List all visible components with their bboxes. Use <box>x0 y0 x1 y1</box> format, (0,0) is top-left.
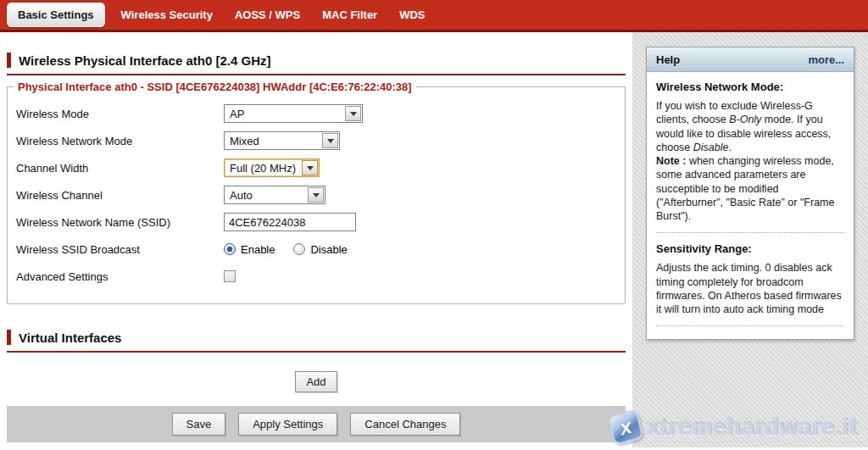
radio-disable-icon[interactable] <box>293 243 305 255</box>
action-bar: Save Apply Settings Cancel Changes <box>7 406 626 442</box>
ssid-input[interactable] <box>224 213 356 231</box>
wireless-channel-select[interactable]: Auto <box>224 186 326 204</box>
ssid-broadcast-radio-group: Enable Disable <box>224 243 348 256</box>
tab-wds[interactable]: WDS <box>388 3 436 27</box>
row-advanced-settings: Advanced Settings <box>8 263 625 290</box>
xtremehardware-logo-icon: x <box>608 408 645 446</box>
help-section-text: Adjusts the ack timing. 0 disables ack t… <box>656 261 844 316</box>
section-heading-virtual-interfaces: Virtual Interfaces <box>7 330 626 345</box>
help-more-link[interactable]: more... <box>808 53 844 66</box>
chevron-down-icon[interactable] <box>345 106 361 121</box>
radio-disable-label: Disable <box>310 243 347 256</box>
row-network-mode: Wireless Network Mode Mixed <box>8 127 625 154</box>
help-note-label: Note : <box>656 155 686 167</box>
ssid-broadcast-label: Wireless SSID Broadcast <box>8 243 224 256</box>
watermark-text: xtremehardware.it <box>646 414 858 441</box>
section-heading-physical-interface: Wireless Physical Interface ath0 [2.4 GH… <box>7 53 626 68</box>
right-sidebar: Help more... Wireless Network Mode: If y… <box>632 32 868 447</box>
radio-enable[interactable]: Enable <box>224 243 275 256</box>
chevron-down-icon[interactable] <box>302 160 318 175</box>
wireless-mode-select[interactable]: AP <box>224 104 363 123</box>
help-panel: Help more... Wireless Network Mode: If y… <box>646 47 854 340</box>
wireless-mode-label: Wireless Mode <box>8 108 224 120</box>
tab-wireless-security[interactable]: Wireless Security <box>110 3 224 27</box>
radio-enable-label: Enable <box>241 243 275 256</box>
help-section-sensitivity-range: Sensitivity Range: Adjusts the ack timin… <box>656 242 844 316</box>
cancel-changes-button[interactable]: Cancel Changes <box>350 413 460 436</box>
section-divider <box>7 351 626 353</box>
virtual-interfaces-title: Virtual Interfaces <box>19 331 121 345</box>
radio-enable-icon[interactable] <box>224 243 236 255</box>
top-nav: Basic Settings Wireless Security AOSS / … <box>0 0 868 32</box>
network-mode-value: Mixed <box>225 135 264 147</box>
page-title: Wireless Physical Interface ath0 [2.4 GH… <box>19 53 271 68</box>
tab-basic-settings[interactable]: Basic Settings <box>7 3 105 27</box>
save-button[interactable]: Save <box>172 413 226 436</box>
add-button-row: Add <box>0 371 632 392</box>
row-wireless-channel: Wireless Channel Auto <box>8 181 625 208</box>
channel-width-value: Full (20 MHz) <box>225 162 301 175</box>
row-ssid: Wireless Network Name (SSID) <box>8 208 625 236</box>
help-divider <box>656 325 844 326</box>
network-mode-label: Wireless Network Mode <box>8 135 224 147</box>
help-section-network-mode: Wireless Network Mode: If you wish to ex… <box>656 81 844 223</box>
wireless-mode-value: AP <box>225 108 249 120</box>
section-divider <box>7 74 626 75</box>
tab-mac-filter[interactable]: MAC Filter <box>311 3 388 27</box>
channel-width-select[interactable]: Full (20 MHz) <box>224 158 320 177</box>
physical-interface-fieldset: Physical Interface ath0 - SSID [4CE67622… <box>7 81 626 304</box>
main-content: Wireless Physical Interface ath0 [2.4 GH… <box>0 32 632 447</box>
help-section-heading: Sensitivity Range: <box>656 242 844 255</box>
fieldset-legend: Physical Interface ath0 - SSID [4CE67622… <box>14 81 416 93</box>
wireless-channel-value: Auto <box>225 189 258 202</box>
channel-width-label: Channel Width <box>8 162 224 175</box>
chevron-down-icon[interactable] <box>308 187 324 203</box>
help-body: Wireless Network Mode: If you wish to ex… <box>647 72 854 339</box>
network-mode-select[interactable]: Mixed <box>224 131 340 150</box>
advanced-settings-label: Advanced Settings <box>8 270 224 283</box>
help-divider <box>656 232 844 233</box>
ssid-label: Wireless Network Name (SSID) <box>8 216 224 229</box>
help-section-text: If you wish to exclude Wireless-G client… <box>656 99 844 223</box>
wireless-channel-label: Wireless Channel <box>8 189 224 202</box>
row-wireless-mode: Wireless Mode AP <box>8 100 625 127</box>
chevron-down-icon[interactable] <box>322 133 338 148</box>
tab-aoss-wps[interactable]: AOSS / WPS <box>224 3 311 27</box>
help-section-heading: Wireless Network Mode: <box>656 81 844 93</box>
add-button[interactable]: Add <box>295 371 337 392</box>
watermark: x xtremehardware.it <box>610 412 858 442</box>
row-ssid-broadcast: Wireless SSID Broadcast Enable Disable <box>8 236 625 263</box>
heading-accent-bar <box>7 330 11 345</box>
help-header: Help more... <box>647 47 854 72</box>
advanced-settings-checkbox[interactable] <box>224 270 236 282</box>
help-title: Help <box>656 53 680 66</box>
row-channel-width: Channel Width Full (20 MHz) <box>8 154 625 181</box>
heading-accent-bar <box>7 53 11 68</box>
apply-settings-button[interactable]: Apply Settings <box>238 413 337 436</box>
radio-disable[interactable]: Disable <box>293 243 347 256</box>
